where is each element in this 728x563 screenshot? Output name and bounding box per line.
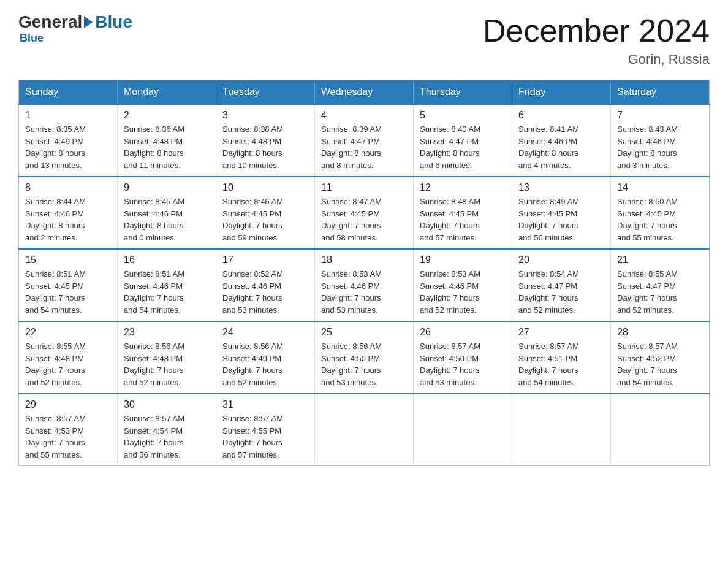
calendar-cell: 15Sunrise: 8:51 AM Sunset: 4:45 PM Dayli…	[19, 249, 118, 321]
day-number: 24	[222, 327, 308, 338]
day-info: Sunrise: 8:39 AM Sunset: 4:47 PM Dayligh…	[321, 123, 407, 171]
day-number: 28	[617, 327, 703, 338]
calendar-cell: 11Sunrise: 8:47 AM Sunset: 4:45 PM Dayli…	[315, 177, 414, 249]
day-info: Sunrise: 8:38 AM Sunset: 4:48 PM Dayligh…	[222, 123, 308, 171]
calendar-cell: 19Sunrise: 8:53 AM Sunset: 4:46 PM Dayli…	[414, 249, 512, 321]
calendar-table: SundayMondayTuesdayWednesdayThursdayFrid…	[18, 80, 710, 466]
calendar-week-row: 22Sunrise: 8:55 AM Sunset: 4:48 PM Dayli…	[19, 321, 710, 394]
day-info: Sunrise: 8:48 AM Sunset: 4:45 PM Dayligh…	[420, 196, 506, 243]
calendar-cell: 3Sunrise: 8:38 AM Sunset: 4:48 PM Daylig…	[216, 104, 315, 177]
logo: General Blue Blue	[18, 12, 132, 45]
day-info: Sunrise: 8:44 AM Sunset: 4:46 PM Dayligh…	[25, 196, 111, 243]
day-number: 13	[518, 182, 604, 193]
calendar-cell: 10Sunrise: 8:46 AM Sunset: 4:45 PM Dayli…	[216, 177, 315, 249]
calendar-title: December 2024	[483, 12, 710, 49]
title-section: December 2024 Gorin, Russia	[483, 12, 710, 67]
calendar-week-row: 8Sunrise: 8:44 AM Sunset: 4:46 PM Daylig…	[19, 177, 710, 249]
calendar-cell: 13Sunrise: 8:49 AM Sunset: 4:45 PM Dayli…	[512, 177, 611, 249]
day-number: 19	[420, 255, 506, 266]
calendar-cell: 26Sunrise: 8:57 AM Sunset: 4:50 PM Dayli…	[414, 321, 512, 394]
day-number: 20	[518, 255, 604, 266]
day-info: Sunrise: 8:52 AM Sunset: 4:46 PM Dayligh…	[222, 268, 308, 316]
day-info: Sunrise: 8:54 AM Sunset: 4:47 PM Dayligh…	[518, 268, 604, 316]
day-info: Sunrise: 8:56 AM Sunset: 4:49 PM Dayligh…	[222, 340, 308, 388]
day-info: Sunrise: 8:57 AM Sunset: 4:52 PM Dayligh…	[617, 340, 703, 388]
calendar-week-row: 1Sunrise: 8:35 AM Sunset: 4:49 PM Daylig…	[19, 104, 710, 177]
day-number: 4	[321, 110, 407, 121]
day-info: Sunrise: 8:55 AM Sunset: 4:48 PM Dayligh…	[25, 340, 111, 388]
calendar-cell: 2Sunrise: 8:36 AM Sunset: 4:48 PM Daylig…	[118, 104, 216, 177]
day-info: Sunrise: 8:35 AM Sunset: 4:49 PM Dayligh…	[25, 123, 111, 171]
day-number: 25	[321, 327, 407, 338]
day-number: 17	[222, 255, 308, 266]
day-number: 3	[222, 110, 308, 121]
day-number: 11	[321, 182, 407, 193]
calendar-cell	[315, 394, 414, 466]
day-info: Sunrise: 8:57 AM Sunset: 4:51 PM Dayligh…	[518, 340, 604, 388]
day-number: 16	[124, 255, 210, 266]
day-info: Sunrise: 8:40 AM Sunset: 4:47 PM Dayligh…	[420, 123, 506, 171]
calendar-cell: 22Sunrise: 8:55 AM Sunset: 4:48 PM Dayli…	[19, 321, 118, 394]
day-info: Sunrise: 8:47 AM Sunset: 4:45 PM Dayligh…	[321, 196, 407, 243]
day-info: Sunrise: 8:50 AM Sunset: 4:45 PM Dayligh…	[617, 196, 703, 243]
day-info: Sunrise: 8:49 AM Sunset: 4:45 PM Dayligh…	[518, 196, 604, 243]
header-friday: Friday	[512, 80, 611, 105]
day-number: 18	[321, 255, 407, 266]
calendar-cell: 4Sunrise: 8:39 AM Sunset: 4:47 PM Daylig…	[315, 104, 414, 177]
day-info: Sunrise: 8:51 AM Sunset: 4:45 PM Dayligh…	[25, 268, 111, 316]
calendar-week-row: 15Sunrise: 8:51 AM Sunset: 4:45 PM Dayli…	[19, 249, 710, 321]
day-number: 2	[124, 110, 210, 121]
calendar-cell: 12Sunrise: 8:48 AM Sunset: 4:45 PM Dayli…	[414, 177, 512, 249]
day-number: 8	[25, 182, 111, 193]
calendar-cell: 1Sunrise: 8:35 AM Sunset: 4:49 PM Daylig…	[19, 104, 118, 177]
calendar-header-row: SundayMondayTuesdayWednesdayThursdayFrid…	[19, 80, 710, 105]
day-number: 30	[124, 399, 210, 410]
logo-bottom-blue: Blue	[20, 32, 44, 45]
page-header: General Blue Blue December 2024 Gorin, R…	[18, 12, 710, 67]
calendar-cell: 9Sunrise: 8:45 AM Sunset: 4:46 PM Daylig…	[118, 177, 216, 249]
day-number: 5	[420, 110, 506, 121]
day-number: 26	[420, 327, 506, 338]
day-info: Sunrise: 8:56 AM Sunset: 4:48 PM Dayligh…	[124, 340, 210, 388]
header-tuesday: Tuesday	[216, 80, 315, 105]
calendar-cell: 31Sunrise: 8:57 AM Sunset: 4:55 PM Dayli…	[216, 394, 315, 466]
day-info: Sunrise: 8:51 AM Sunset: 4:46 PM Dayligh…	[124, 268, 210, 316]
calendar-cell: 7Sunrise: 8:43 AM Sunset: 4:46 PM Daylig…	[611, 104, 710, 177]
day-info: Sunrise: 8:56 AM Sunset: 4:50 PM Dayligh…	[321, 340, 407, 388]
day-info: Sunrise: 8:57 AM Sunset: 4:55 PM Dayligh…	[222, 413, 308, 461]
header-saturday: Saturday	[611, 80, 710, 105]
day-number: 7	[617, 110, 703, 121]
calendar-cell: 24Sunrise: 8:56 AM Sunset: 4:49 PM Dayli…	[216, 321, 315, 394]
day-info: Sunrise: 8:57 AM Sunset: 4:54 PM Dayligh…	[124, 413, 210, 461]
day-number: 10	[222, 182, 308, 193]
day-info: Sunrise: 8:46 AM Sunset: 4:45 PM Dayligh…	[222, 196, 308, 243]
day-number: 9	[124, 182, 210, 193]
day-number: 12	[420, 182, 506, 193]
calendar-cell	[414, 394, 512, 466]
calendar-subtitle: Gorin, Russia	[483, 52, 710, 67]
day-info: Sunrise: 8:45 AM Sunset: 4:46 PM Dayligh…	[124, 196, 210, 243]
day-info: Sunrise: 8:36 AM Sunset: 4:48 PM Dayligh…	[124, 123, 210, 171]
day-number: 1	[25, 110, 111, 121]
calendar-cell	[512, 394, 611, 466]
calendar-cell	[611, 394, 710, 466]
calendar-cell: 17Sunrise: 8:52 AM Sunset: 4:46 PM Dayli…	[216, 249, 315, 321]
calendar-cell: 29Sunrise: 8:57 AM Sunset: 4:53 PM Dayli…	[19, 394, 118, 466]
logo-blue-text: Blue	[95, 12, 132, 32]
header-sunday: Sunday	[19, 80, 118, 105]
calendar-cell: 28Sunrise: 8:57 AM Sunset: 4:52 PM Dayli…	[611, 321, 710, 394]
day-info: Sunrise: 8:57 AM Sunset: 4:53 PM Dayligh…	[25, 413, 111, 461]
day-info: Sunrise: 8:55 AM Sunset: 4:47 PM Dayligh…	[617, 268, 703, 316]
day-info: Sunrise: 8:53 AM Sunset: 4:46 PM Dayligh…	[420, 268, 506, 316]
header-monday: Monday	[118, 80, 216, 105]
day-info: Sunrise: 8:57 AM Sunset: 4:50 PM Dayligh…	[420, 340, 506, 388]
calendar-cell: 21Sunrise: 8:55 AM Sunset: 4:47 PM Dayli…	[611, 249, 710, 321]
calendar-cell: 14Sunrise: 8:50 AM Sunset: 4:45 PM Dayli…	[611, 177, 710, 249]
calendar-cell: 20Sunrise: 8:54 AM Sunset: 4:47 PM Dayli…	[512, 249, 611, 321]
calendar-cell: 25Sunrise: 8:56 AM Sunset: 4:50 PM Dayli…	[315, 321, 414, 394]
calendar-cell: 8Sunrise: 8:44 AM Sunset: 4:46 PM Daylig…	[19, 177, 118, 249]
day-number: 27	[518, 327, 604, 338]
calendar-cell: 18Sunrise: 8:53 AM Sunset: 4:46 PM Dayli…	[315, 249, 414, 321]
calendar-cell: 6Sunrise: 8:41 AM Sunset: 4:46 PM Daylig…	[512, 104, 611, 177]
calendar-cell: 30Sunrise: 8:57 AM Sunset: 4:54 PM Dayli…	[118, 394, 216, 466]
